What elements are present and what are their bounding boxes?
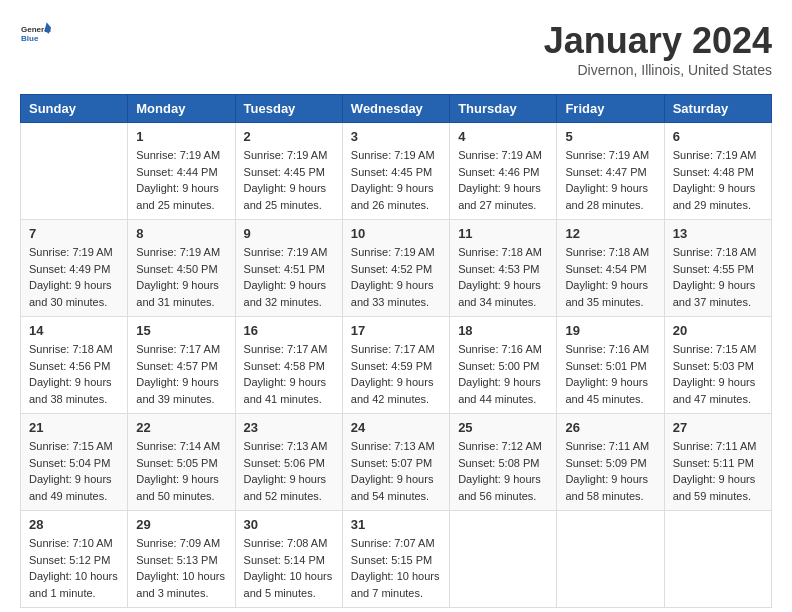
- day-number: 2: [244, 129, 334, 144]
- day-info: Sunrise: 7:19 AM Sunset: 4:44 PM Dayligh…: [136, 147, 226, 213]
- calendar-cell: 8Sunrise: 7:19 AM Sunset: 4:50 PM Daylig…: [128, 220, 235, 317]
- weekday-header-sunday: Sunday: [21, 95, 128, 123]
- calendar-cell: [450, 511, 557, 608]
- day-number: 11: [458, 226, 548, 241]
- day-info: Sunrise: 7:17 AM Sunset: 4:58 PM Dayligh…: [244, 341, 334, 407]
- day-number: 10: [351, 226, 441, 241]
- day-number: 7: [29, 226, 119, 241]
- calendar-cell: 20Sunrise: 7:15 AM Sunset: 5:03 PM Dayli…: [664, 317, 771, 414]
- calendar-cell: 9Sunrise: 7:19 AM Sunset: 4:51 PM Daylig…: [235, 220, 342, 317]
- week-row-2: 7Sunrise: 7:19 AM Sunset: 4:49 PM Daylig…: [21, 220, 772, 317]
- day-info: Sunrise: 7:13 AM Sunset: 5:06 PM Dayligh…: [244, 438, 334, 504]
- calendar-cell: 16Sunrise: 7:17 AM Sunset: 4:58 PM Dayli…: [235, 317, 342, 414]
- day-number: 20: [673, 323, 763, 338]
- calendar-cell: 22Sunrise: 7:14 AM Sunset: 5:05 PM Dayli…: [128, 414, 235, 511]
- weekday-header-friday: Friday: [557, 95, 664, 123]
- day-info: Sunrise: 7:17 AM Sunset: 4:57 PM Dayligh…: [136, 341, 226, 407]
- calendar-cell: 27Sunrise: 7:11 AM Sunset: 5:11 PM Dayli…: [664, 414, 771, 511]
- day-info: Sunrise: 7:19 AM Sunset: 4:52 PM Dayligh…: [351, 244, 441, 310]
- calendar-cell: 15Sunrise: 7:17 AM Sunset: 4:57 PM Dayli…: [128, 317, 235, 414]
- day-number: 5: [565, 129, 655, 144]
- day-number: 19: [565, 323, 655, 338]
- calendar-cell: 21Sunrise: 7:15 AM Sunset: 5:04 PM Dayli…: [21, 414, 128, 511]
- day-number: 6: [673, 129, 763, 144]
- day-info: Sunrise: 7:19 AM Sunset: 4:48 PM Dayligh…: [673, 147, 763, 213]
- calendar-cell: 13Sunrise: 7:18 AM Sunset: 4:55 PM Dayli…: [664, 220, 771, 317]
- calendar-cell: 4Sunrise: 7:19 AM Sunset: 4:46 PM Daylig…: [450, 123, 557, 220]
- calendar-table: SundayMondayTuesdayWednesdayThursdayFrid…: [20, 94, 772, 608]
- day-info: Sunrise: 7:15 AM Sunset: 5:03 PM Dayligh…: [673, 341, 763, 407]
- calendar-cell: [21, 123, 128, 220]
- calendar-cell: 31Sunrise: 7:07 AM Sunset: 5:15 PM Dayli…: [342, 511, 449, 608]
- calendar-cell: 30Sunrise: 7:08 AM Sunset: 5:14 PM Dayli…: [235, 511, 342, 608]
- day-info: Sunrise: 7:19 AM Sunset: 4:46 PM Dayligh…: [458, 147, 548, 213]
- day-info: Sunrise: 7:17 AM Sunset: 4:59 PM Dayligh…: [351, 341, 441, 407]
- day-number: 9: [244, 226, 334, 241]
- day-number: 16: [244, 323, 334, 338]
- day-info: Sunrise: 7:13 AM Sunset: 5:07 PM Dayligh…: [351, 438, 441, 504]
- day-info: Sunrise: 7:16 AM Sunset: 5:00 PM Dayligh…: [458, 341, 548, 407]
- calendar-cell: 6Sunrise: 7:19 AM Sunset: 4:48 PM Daylig…: [664, 123, 771, 220]
- day-info: Sunrise: 7:08 AM Sunset: 5:14 PM Dayligh…: [244, 535, 334, 601]
- logo: General Blue: [20, 20, 52, 52]
- calendar-cell: 1Sunrise: 7:19 AM Sunset: 4:44 PM Daylig…: [128, 123, 235, 220]
- calendar-cell: 14Sunrise: 7:18 AM Sunset: 4:56 PM Dayli…: [21, 317, 128, 414]
- day-info: Sunrise: 7:11 AM Sunset: 5:11 PM Dayligh…: [673, 438, 763, 504]
- calendar-cell: 5Sunrise: 7:19 AM Sunset: 4:47 PM Daylig…: [557, 123, 664, 220]
- day-info: Sunrise: 7:12 AM Sunset: 5:08 PM Dayligh…: [458, 438, 548, 504]
- day-number: 30: [244, 517, 334, 532]
- day-info: Sunrise: 7:19 AM Sunset: 4:50 PM Dayligh…: [136, 244, 226, 310]
- day-info: Sunrise: 7:11 AM Sunset: 5:09 PM Dayligh…: [565, 438, 655, 504]
- day-number: 23: [244, 420, 334, 435]
- calendar-title: January 2024: [544, 20, 772, 62]
- day-info: Sunrise: 7:09 AM Sunset: 5:13 PM Dayligh…: [136, 535, 226, 601]
- calendar-cell: 23Sunrise: 7:13 AM Sunset: 5:06 PM Dayli…: [235, 414, 342, 511]
- day-info: Sunrise: 7:19 AM Sunset: 4:47 PM Dayligh…: [565, 147, 655, 213]
- calendar-cell: 18Sunrise: 7:16 AM Sunset: 5:00 PM Dayli…: [450, 317, 557, 414]
- day-info: Sunrise: 7:18 AM Sunset: 4:53 PM Dayligh…: [458, 244, 548, 310]
- calendar-cell: 25Sunrise: 7:12 AM Sunset: 5:08 PM Dayli…: [450, 414, 557, 511]
- day-number: 12: [565, 226, 655, 241]
- day-number: 29: [136, 517, 226, 532]
- day-number: 8: [136, 226, 226, 241]
- weekday-header-tuesday: Tuesday: [235, 95, 342, 123]
- day-number: 17: [351, 323, 441, 338]
- week-row-3: 14Sunrise: 7:18 AM Sunset: 4:56 PM Dayli…: [21, 317, 772, 414]
- calendar-cell: 7Sunrise: 7:19 AM Sunset: 4:49 PM Daylig…: [21, 220, 128, 317]
- day-number: 4: [458, 129, 548, 144]
- week-row-5: 28Sunrise: 7:10 AM Sunset: 5:12 PM Dayli…: [21, 511, 772, 608]
- day-info: Sunrise: 7:19 AM Sunset: 4:45 PM Dayligh…: [351, 147, 441, 213]
- day-info: Sunrise: 7:07 AM Sunset: 5:15 PM Dayligh…: [351, 535, 441, 601]
- day-number: 3: [351, 129, 441, 144]
- calendar-cell: 26Sunrise: 7:11 AM Sunset: 5:09 PM Dayli…: [557, 414, 664, 511]
- calendar-cell: 19Sunrise: 7:16 AM Sunset: 5:01 PM Dayli…: [557, 317, 664, 414]
- day-info: Sunrise: 7:19 AM Sunset: 4:45 PM Dayligh…: [244, 147, 334, 213]
- day-info: Sunrise: 7:16 AM Sunset: 5:01 PM Dayligh…: [565, 341, 655, 407]
- day-number: 15: [136, 323, 226, 338]
- day-info: Sunrise: 7:15 AM Sunset: 5:04 PM Dayligh…: [29, 438, 119, 504]
- calendar-subtitle: Divernon, Illinois, United States: [544, 62, 772, 78]
- page-header: General Blue January 2024 Divernon, Illi…: [20, 20, 772, 78]
- day-info: Sunrise: 7:18 AM Sunset: 4:56 PM Dayligh…: [29, 341, 119, 407]
- day-info: Sunrise: 7:14 AM Sunset: 5:05 PM Dayligh…: [136, 438, 226, 504]
- calendar-cell: 29Sunrise: 7:09 AM Sunset: 5:13 PM Dayli…: [128, 511, 235, 608]
- calendar-cell: 12Sunrise: 7:18 AM Sunset: 4:54 PM Dayli…: [557, 220, 664, 317]
- calendar-cell: 11Sunrise: 7:18 AM Sunset: 4:53 PM Dayli…: [450, 220, 557, 317]
- weekday-header-thursday: Thursday: [450, 95, 557, 123]
- day-number: 14: [29, 323, 119, 338]
- day-number: 26: [565, 420, 655, 435]
- calendar-cell: [664, 511, 771, 608]
- svg-text:Blue: Blue: [21, 34, 39, 43]
- week-row-1: 1Sunrise: 7:19 AM Sunset: 4:44 PM Daylig…: [21, 123, 772, 220]
- weekday-header-row: SundayMondayTuesdayWednesdayThursdayFrid…: [21, 95, 772, 123]
- title-block: January 2024 Divernon, Illinois, United …: [544, 20, 772, 78]
- day-number: 24: [351, 420, 441, 435]
- weekday-header-wednesday: Wednesday: [342, 95, 449, 123]
- weekday-header-saturday: Saturday: [664, 95, 771, 123]
- day-number: 21: [29, 420, 119, 435]
- logo-svg: General Blue: [20, 20, 52, 52]
- calendar-cell: 28Sunrise: 7:10 AM Sunset: 5:12 PM Dayli…: [21, 511, 128, 608]
- day-number: 25: [458, 420, 548, 435]
- week-row-4: 21Sunrise: 7:15 AM Sunset: 5:04 PM Dayli…: [21, 414, 772, 511]
- day-number: 27: [673, 420, 763, 435]
